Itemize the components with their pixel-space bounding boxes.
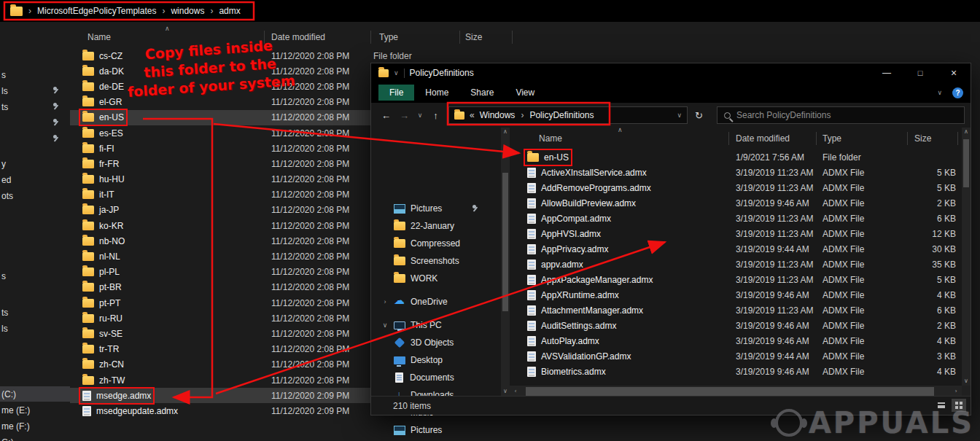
sidebar-item[interactable]: ls xyxy=(0,321,70,336)
title-bar[interactable]: PolicyDefinitions — □ × xyxy=(371,63,971,82)
column-header-type[interactable]: Type xyxy=(822,130,841,147)
column-separator[interactable] xyxy=(907,132,908,145)
folder-icon xyxy=(10,7,23,16)
file-row[interactable]: AppXRuntime.admx 3/19/2019 9:46 AM ADMX … xyxy=(510,287,963,303)
scroll-up-icon[interactable]: ∧ xyxy=(962,128,971,136)
scrollbar-thumb[interactable] xyxy=(526,387,934,396)
search-input[interactable] xyxy=(736,110,957,120)
file-list-vertical-scrollbar[interactable]: ∧ ∨ xyxy=(962,128,971,386)
scroll-left-icon[interactable]: ‹ xyxy=(511,387,520,396)
sidebar-item[interactable]: s xyxy=(0,268,70,284)
breadcrumb-item[interactable]: admx xyxy=(219,6,240,16)
folder-icon xyxy=(454,112,464,120)
scroll-down-icon[interactable]: ∨ xyxy=(962,377,971,386)
breadcrumb-item[interactable]: windows xyxy=(171,6,219,16)
forward-button[interactable]: → xyxy=(395,110,413,121)
column-separator[interactable] xyxy=(512,31,513,44)
column-header-type[interactable]: Type xyxy=(379,29,398,45)
sidebar-item[interactable] xyxy=(0,115,70,130)
up-button[interactable]: ↑ xyxy=(427,110,445,121)
column-header-name[interactable]: Name xyxy=(539,130,562,147)
file-row[interactable]: AddRemovePrograms.admx 3/19/2019 11:23 A… xyxy=(510,180,963,195)
file-row[interactable]: AppHVSI.admx 3/19/2019 11:23 AM ADMX Fil… xyxy=(510,226,963,241)
breadcrumb-item[interactable]: Windows xyxy=(480,110,530,120)
nav-scrollbar[interactable]: ∧ ∨ xyxy=(501,128,510,396)
file-row[interactable]: AutoPlay.admx 3/19/2019 9:46 AM ADMX Fil… xyxy=(510,333,963,348)
expander-icon[interactable]: › xyxy=(381,298,389,305)
file-row[interactable]: AllowBuildPreview.admx 3/19/2019 9:46 AM… xyxy=(510,195,963,211)
sidebar-item[interactable]: ed xyxy=(0,172,70,187)
recent-locations-dropdown-icon[interactable]: ∨ xyxy=(413,112,427,119)
nav-item[interactable]: 22-January xyxy=(371,218,501,234)
column-separator[interactable] xyxy=(957,132,958,145)
sidebar-item[interactable]: ts xyxy=(0,99,70,114)
sidebar-item[interactable]: me (E:) xyxy=(0,402,70,418)
column-header-date[interactable]: Date modified xyxy=(736,130,790,147)
column-header-name[interactable]: Name xyxy=(88,29,111,45)
sidebar-item[interactable]: G:) xyxy=(0,434,70,441)
minimize-ribbon-icon[interactable] xyxy=(937,89,942,96)
file-icon xyxy=(82,222,94,230)
minimize-button[interactable]: — xyxy=(870,63,903,82)
breadcrumb-overflow-icon[interactable]: « xyxy=(470,110,475,120)
nav-item[interactable]: Screenshots xyxy=(371,253,501,269)
nav-item[interactable]: Compressed xyxy=(371,235,501,251)
file-date: 11/12/2020 2:09 PM xyxy=(271,406,349,416)
sidebar-item[interactable]: me (F:) xyxy=(0,418,70,434)
sidebar-item[interactable]: ls xyxy=(0,83,70,98)
nav-icon xyxy=(394,426,405,435)
sidebar-item[interactable]: s xyxy=(0,67,70,82)
file-row[interactable]: AppCompat.admx 3/19/2019 11:23 AM ADMX F… xyxy=(510,211,963,226)
file-row[interactable]: AuditSettings.admx 3/19/2019 9:46 AM ADM… xyxy=(510,318,963,333)
column-header-size[interactable]: Size xyxy=(914,130,931,147)
ribbon-tab[interactable]: Home xyxy=(414,87,459,98)
nav-item[interactable]: ∨ This PC xyxy=(371,317,501,333)
column-separator[interactable] xyxy=(370,31,371,44)
close-button[interactable]: × xyxy=(937,63,971,82)
scroll-right-icon[interactable]: › xyxy=(952,387,960,396)
scroll-up-icon[interactable]: ∧ xyxy=(501,128,510,136)
expander-icon[interactable]: ∨ xyxy=(381,321,389,329)
column-separator[interactable] xyxy=(816,132,817,145)
address-dropdown-icon[interactable] xyxy=(677,112,682,119)
nav-item[interactable]: Pictures xyxy=(371,200,501,216)
search-box[interactable] xyxy=(717,106,965,124)
maximize-button[interactable]: □ xyxy=(903,63,937,82)
scrollbar-thumb[interactable] xyxy=(963,139,969,187)
breadcrumb-item[interactable]: MicrosoftEdgePolicyTemplates xyxy=(37,6,171,16)
column-header-size[interactable]: Size xyxy=(465,29,482,45)
sidebar-item-label: s xyxy=(1,271,6,281)
sidebar-item[interactable]: ots xyxy=(0,188,70,203)
refresh-icon[interactable]: ↻ xyxy=(695,106,703,124)
sidebar-item[interactable]: (C:) xyxy=(0,386,70,402)
sidebar-item[interactable]: y xyxy=(0,156,70,171)
file-row[interactable]: AVSValidationGP.admx 3/19/2019 9:44 AM A… xyxy=(510,348,963,364)
scroll-down-icon[interactable]: ∨ xyxy=(501,387,510,396)
nav-item[interactable]: Pictures xyxy=(371,422,501,438)
help-icon[interactable]: ? xyxy=(952,87,963,98)
file-row[interactable]: ActiveXInstallService.admx 3/19/2019 11:… xyxy=(510,165,963,180)
file-row[interactable]: AppxPackageManager.admx 3/19/2019 11:23 … xyxy=(510,272,963,287)
ribbon-tab[interactable]: Share xyxy=(459,87,505,98)
quick-access-toolbar-chevron-icon[interactable] xyxy=(394,69,399,77)
nav-item[interactable]: Documents xyxy=(371,370,501,386)
ribbon-tab[interactable]: View xyxy=(505,87,545,98)
breadcrumb-item[interactable]: PolicyDefinitions xyxy=(529,110,594,120)
tab-file[interactable]: File xyxy=(378,85,414,101)
file-row[interactable]: en-US 1/9/2021 7:56 AM File folder xyxy=(510,149,963,165)
file-row[interactable]: Biometrics.admx 3/19/2019 9:46 AM ADMX F… xyxy=(510,364,963,379)
file-row[interactable]: AttachmentManager.admx 3/19/2019 11:23 A… xyxy=(510,303,963,318)
column-separator[interactable] xyxy=(728,132,729,145)
column-separator[interactable] xyxy=(459,31,460,44)
nav-item[interactable]: › OneDrive xyxy=(371,294,501,310)
address-bar[interactable]: « Windows PolicyDefinitions xyxy=(448,106,688,124)
sidebar-item[interactable]: ts xyxy=(0,305,70,320)
file-row[interactable]: appv.admx 3/19/2019 11:23 AM ADMX File 3… xyxy=(510,257,963,272)
nav-item[interactable]: 3D Objects xyxy=(371,335,501,351)
sidebar-item[interactable] xyxy=(0,131,70,147)
nav-item[interactable]: WORK xyxy=(371,270,501,286)
back-button[interactable]: ← xyxy=(377,110,395,121)
scrollbar-thumb[interactable] xyxy=(502,173,508,311)
file-row[interactable]: AppPrivacy.admx 3/19/2019 9:44 AM ADMX F… xyxy=(510,241,963,257)
nav-item[interactable]: Desktop xyxy=(371,352,501,368)
